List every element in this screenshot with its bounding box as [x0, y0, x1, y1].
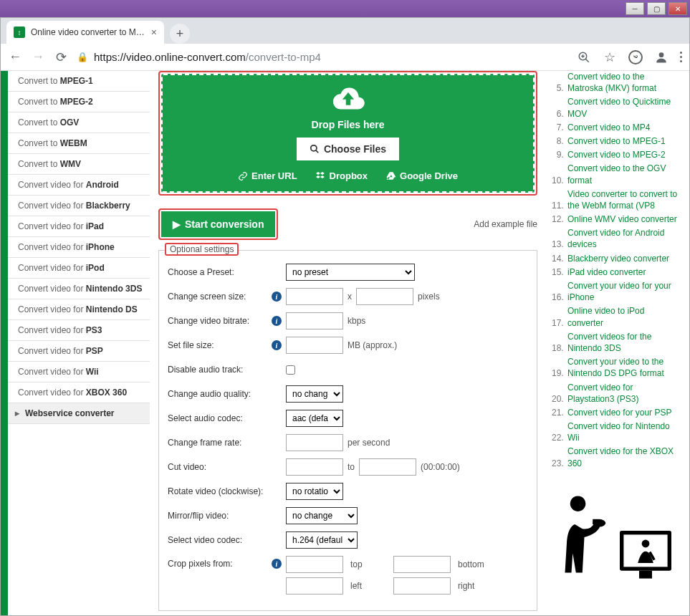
cut-to-input[interactable]: [359, 458, 416, 476]
choose-files-button[interactable]: Choose Files: [297, 138, 399, 160]
cloud-upload-icon: [170, 84, 526, 115]
related-link[interactable]: Convert video for your PSP: [567, 407, 671, 418]
screen-width-input[interactable]: [286, 288, 343, 305]
related-link[interactable]: Convert videos for the Nintendo 3DS: [567, 331, 682, 354]
related-link[interactable]: Video converter to convert to the WebM f…: [567, 188, 682, 211]
related-link[interactable]: Online WMV video converter: [567, 213, 677, 225]
dropbox-link[interactable]: Dropbox: [316, 170, 368, 181]
info-icon[interactable]: i: [272, 316, 282, 326]
audio-codec-select[interactable]: aac (default): [286, 410, 343, 427]
framerate-input[interactable]: [286, 434, 343, 451]
sidebar-item[interactable]: Convert video for PS3: [8, 320, 150, 341]
related-link[interactable]: Convert your video to the Nintendo DS DP…: [567, 356, 682, 379]
related-link[interactable]: Convert video to MPEG-1: [567, 135, 666, 147]
sidebar-item[interactable]: Convert video for iPad: [8, 216, 150, 237]
sidebar-item[interactable]: Convert video for XBOX 360: [8, 382, 150, 403]
window-titlebar: ─ ▢ ✕: [0, 0, 690, 17]
extension-icon[interactable]: ༄: [628, 50, 643, 64]
related-link-item: Convert video for your PSP: [566, 407, 682, 418]
menu-icon[interactable]: [680, 52, 682, 62]
sidebar-item[interactable]: Convert to OGV: [8, 112, 150, 133]
browser-tab[interactable]: ↕ Online video converter to MP4 ×: [6, 21, 164, 44]
rotate-select[interactable]: no rotation: [286, 483, 343, 500]
filesize-input[interactable]: [286, 337, 343, 354]
sidebar-item[interactable]: Convert to MPEG-1: [8, 71, 150, 92]
related-link[interactable]: Convert video for Android devices: [567, 227, 682, 250]
related-link[interactable]: Convert video to MPEG-2: [567, 149, 666, 160]
illustration: [549, 491, 682, 586]
crop-right-input[interactable]: [393, 577, 451, 595]
related-link-item: Convert video for Playstation3 (PS3): [566, 382, 682, 405]
related-link[interactable]: Convert video to Quicktime MOV: [567, 96, 682, 119]
sidebar-item[interactable]: Convert video for Nintendo 3DS: [8, 279, 150, 299]
sidebar-item[interactable]: Convert video for iPhone: [8, 237, 150, 258]
related-link[interactable]: Online video to iPod converter: [567, 305, 682, 328]
forward-button[interactable]: →: [31, 50, 45, 64]
sidebar-heading[interactable]: Webservice converter: [8, 403, 150, 424]
audio-quality-select[interactable]: no change: [286, 385, 343, 403]
related-link[interactable]: Convert video for Nintendo Wii: [567, 420, 682, 443]
start-button-highlight: ▶Start conversion: [158, 208, 278, 240]
start-conversion-button[interactable]: ▶Start conversion: [161, 211, 275, 237]
related-link-item: Convert videos for the Nintendo 3DS: [566, 331, 682, 354]
crop-top-input[interactable]: [286, 556, 343, 573]
window-close-button[interactable]: ✕: [669, 2, 687, 15]
info-icon[interactable]: i: [272, 340, 282, 350]
preset-select[interactable]: no preset: [286, 264, 415, 281]
svg-line-6: [316, 150, 319, 153]
back-button[interactable]: ←: [8, 50, 22, 64]
related-link[interactable]: Convert video for Playstation3 (PS3): [567, 382, 682, 405]
sidebar: Convert to MPEG-1Convert to MPEG-2Conver…: [1, 71, 150, 615]
sidebar-item[interactable]: Convert video for Android: [8, 175, 150, 196]
related-link-item: Convert video to Quicktime MOV: [566, 96, 682, 119]
window-maximize-button[interactable]: ▢: [647, 2, 666, 15]
related-link[interactable]: Convert video to the Matroska (MKV) form…: [567, 71, 682, 94]
bitrate-input[interactable]: [286, 312, 343, 329]
sidebar-item[interactable]: Convert video for Nintendo DS: [8, 299, 150, 320]
enter-url-link[interactable]: Enter URL: [238, 170, 297, 181]
sidebar-item[interactable]: Convert to WEBM: [8, 133, 150, 154]
info-icon[interactable]: i: [272, 559, 282, 569]
page-content[interactable]: Convert to MPEG-1Convert to MPEG-2Conver…: [1, 71, 689, 615]
reload-button[interactable]: ⟳: [54, 50, 68, 64]
new-tab-button[interactable]: +: [170, 24, 190, 44]
tab-close-icon[interactable]: ×: [151, 27, 157, 38]
tab-title: Online video converter to MP4: [31, 27, 145, 37]
related-link[interactable]: Convert video to MP4: [567, 122, 650, 133]
related-link[interactable]: iPad video converter: [567, 266, 646, 278]
svg-point-12: [642, 539, 650, 547]
profile-icon[interactable]: [654, 50, 669, 64]
related-link-item: Convert video for Android devices: [566, 227, 682, 250]
screen-height-input[interactable]: [356, 288, 413, 305]
related-link[interactable]: Convert video to the OGV format: [567, 163, 682, 186]
sidebar-item[interactable]: Convert video for Wii: [8, 362, 150, 382]
window-minimize-button[interactable]: ─: [626, 2, 644, 15]
file-dropzone[interactable]: Drop Files here Choose Files Enter URL D…: [161, 74, 535, 193]
related-link[interactable]: Convert your video for your iPhone: [567, 280, 682, 303]
related-link-item: iPad video converter: [566, 266, 682, 278]
crop-left-input[interactable]: [286, 577, 343, 595]
mirror-select[interactable]: no change: [286, 507, 358, 524]
zoom-icon[interactable]: [577, 50, 591, 64]
sidebar-item[interactable]: Convert video for Blackberry: [8, 196, 150, 216]
cut-from-input[interactable]: [286, 458, 343, 476]
sidebar-item[interactable]: Convert video for PSP: [8, 341, 150, 362]
crop-bottom-input[interactable]: [393, 556, 451, 573]
disable-audio-checkbox[interactable]: [286, 365, 295, 375]
sidebar-item[interactable]: Convert to MPEG-2: [8, 92, 150, 112]
video-codec-select[interactable]: h.264 (default): [286, 531, 358, 549]
related-link[interactable]: Blackberry video converter: [567, 253, 669, 264]
bookmark-icon[interactable]: ☆: [603, 50, 617, 64]
related-link-item: Convert video to MPEG-1: [566, 135, 682, 147]
main-column: Drop Files here Choose Files Enter URL D…: [150, 71, 546, 615]
svg-line-1: [585, 59, 589, 62]
sidebar-item[interactable]: Convert to WMV: [8, 154, 150, 175]
info-icon[interactable]: i: [272, 292, 282, 302]
related-link-item: Convert your video to the Nintendo DS DP…: [566, 356, 682, 379]
add-example-link[interactable]: Add example file: [474, 219, 537, 229]
sidebar-item[interactable]: Convert video for iPod: [8, 258, 150, 279]
url-input[interactable]: 🔒 https://video.online-convert.com/conve…: [77, 51, 568, 63]
related-link[interactable]: Convert video for the XBOX 360: [567, 446, 682, 468]
related-link-item: Blackberry video converter: [566, 253, 682, 264]
gdrive-link[interactable]: Google Drive: [386, 170, 458, 181]
